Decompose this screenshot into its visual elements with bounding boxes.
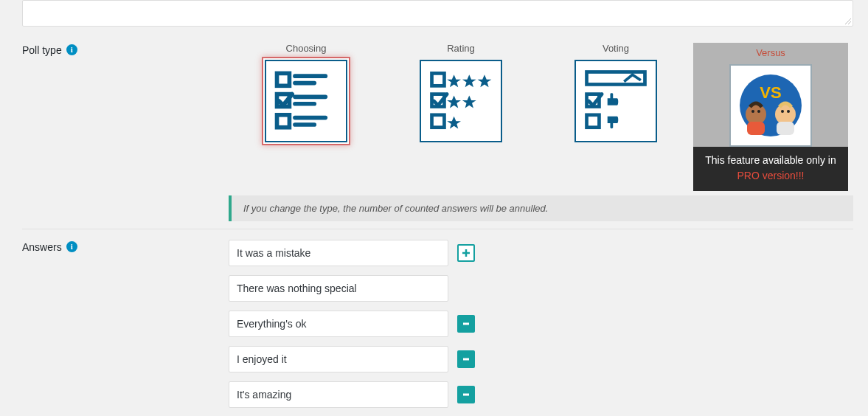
svg-rect-8: [277, 115, 290, 128]
remove-answer-button[interactable]: [457, 315, 475, 333]
remove-answer-button[interactable]: [457, 350, 475, 368]
poll-type-choosing[interactable]: Choosing: [229, 43, 383, 191]
svg-marker-16: [447, 95, 461, 108]
svg-marker-17: [462, 95, 476, 108]
answer-row: [229, 346, 853, 372]
svg-line-1: [848, 21, 851, 24]
answers-label: Answers: [22, 241, 62, 253]
svg-text:VS: VS: [760, 83, 781, 102]
poll-type-section: Poll type i Choosing: [22, 32, 853, 229]
svg-point-26: [775, 104, 796, 125]
poll-type-rating-title: Rating: [383, 43, 538, 54]
voting-icon: [574, 60, 657, 142]
poll-type-rating[interactable]: Rating: [383, 43, 538, 191]
answer-input[interactable]: [229, 346, 448, 372]
answer-row: [229, 240, 853, 266]
type-change-notice: If you change the type, the number of co…: [229, 195, 853, 221]
answer-input[interactable]: [229, 275, 448, 302]
svg-rect-2: [277, 73, 290, 86]
poll-type-choosing-title: Choosing: [229, 43, 383, 54]
svg-rect-11: [432, 73, 445, 86]
svg-marker-13: [462, 74, 476, 87]
info-icon[interactable]: i: [66, 241, 77, 252]
poll-type-voting[interactable]: Voting: [538, 43, 693, 191]
svg-point-31: [781, 110, 784, 113]
svg-point-32: [787, 110, 790, 113]
answer-input[interactable]: [229, 240, 448, 266]
answers-section: Answers i: [22, 229, 853, 415]
pro-version-link[interactable]: PRO version!!!: [698, 168, 844, 184]
plus-icon: [461, 248, 471, 258]
svg-marker-14: [478, 74, 492, 87]
svg-rect-18: [432, 115, 445, 128]
poll-type-voting-title: Voting: [538, 43, 693, 54]
answer-input[interactable]: [229, 381, 448, 408]
svg-rect-28: [777, 122, 794, 135]
resize-handle-icon: [844, 17, 851, 24]
choosing-icon: [265, 60, 347, 142]
answer-row: [229, 311, 853, 337]
info-icon[interactable]: i: [66, 44, 77, 55]
poll-type-versus[interactable]: Versus VS: [693, 43, 848, 191]
svg-point-30: [757, 110, 760, 113]
rating-icon: [420, 60, 502, 142]
pro-overlay: This feature available only in PRO versi…: [693, 147, 848, 191]
svg-point-25: [746, 104, 766, 125]
type-change-notice-text: If you change the type, the number of co…: [243, 203, 548, 214]
versus-icon: VS: [729, 64, 812, 147]
svg-marker-12: [447, 74, 461, 87]
svg-rect-27: [747, 122, 765, 135]
svg-marker-19: [447, 117, 461, 129]
add-answer-button[interactable]: [457, 244, 475, 262]
svg-line-0: [845, 18, 851, 24]
answer-row: [229, 381, 853, 408]
poll-type-versus-title: Versus: [693, 43, 848, 58]
answer-input[interactable]: [229, 311, 448, 337]
description-textarea[interactable]: [22, 0, 853, 27]
answer-row: [229, 275, 853, 302]
svg-point-29: [751, 110, 754, 113]
poll-type-label: Poll type: [22, 44, 62, 56]
remove-answer-button[interactable]: [457, 386, 475, 403]
pro-overlay-line1: This feature available only in: [698, 153, 844, 168]
svg-rect-22: [587, 115, 600, 128]
